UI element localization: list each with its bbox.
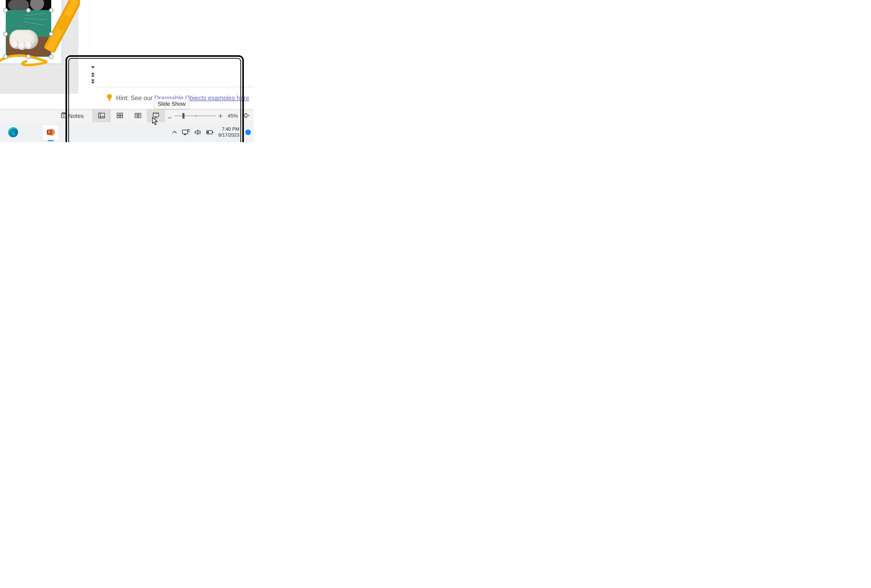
- svg-rect-0: [108, 100, 111, 100]
- taskbar-app-powerpoint[interactable]: P: [43, 125, 58, 141]
- fit-to-window-button[interactable]: [240, 109, 251, 122]
- tray-battery-icon[interactable]: [206, 130, 214, 135]
- svg-rect-16: [220, 114, 221, 118]
- minus-icon: [168, 112, 172, 120]
- notes-label: Notes: [68, 112, 84, 119]
- zoom-in-button[interactable]: [216, 109, 225, 122]
- svg-rect-7: [120, 113, 123, 115]
- tray-clock[interactable]: 7:40 PM 8/17/2023: [218, 126, 239, 138]
- edge-icon: [7, 127, 19, 139]
- slide-canvas: [0, 0, 61, 63]
- svg-rect-6: [117, 113, 119, 115]
- svg-rect-1: [109, 101, 110, 101]
- notes-icon: [61, 112, 66, 120]
- taskbar-app-edge[interactable]: [5, 125, 21, 141]
- view-normal-button[interactable]: [93, 109, 111, 122]
- zoom-slider[interactable]: [174, 109, 216, 122]
- tray-volume-icon[interactable]: [195, 129, 201, 135]
- powerpoint-icon: P: [46, 127, 55, 138]
- svg-rect-14: [168, 118, 172, 118]
- scroll-down-icon[interactable]: [91, 66, 95, 69]
- fit-icon: [242, 113, 250, 119]
- resize-handle[interactable]: [26, 8, 31, 12]
- svg-rect-2: [61, 114, 66, 118]
- cursor-icon: [152, 117, 158, 126]
- svg-rect-17: [245, 114, 247, 117]
- tray-date: 8/17/2023: [218, 132, 239, 138]
- resize-handle[interactable]: [3, 32, 8, 36]
- svg-rect-12: [153, 113, 159, 117]
- svg-rect-3: [99, 113, 105, 118]
- svg-rect-23: [184, 134, 186, 135]
- slide-thumbnail[interactable]: [0, 0, 63, 64]
- vertical-scrollbar[interactable]: [89, 0, 97, 87]
- taskbar: P 7:40 PM 8/17/2023: [0, 122, 254, 142]
- zoom-slider-thumb[interactable]: [183, 113, 184, 119]
- tooltip-slideshow: Slide Show: [154, 99, 190, 109]
- prev-slide-icon[interactable]: [91, 72, 95, 77]
- tray-notification-badge[interactable]: [245, 129, 251, 135]
- tray-time: 7:40 PM: [218, 126, 239, 132]
- view-slide-sorter-button[interactable]: [111, 109, 129, 122]
- next-slide-icon[interactable]: [91, 79, 95, 84]
- status-bar: Notes 45%: [0, 109, 254, 122]
- svg-rect-22: [183, 130, 188, 134]
- system-tray: 7:40 PM 8/17/2023: [172, 122, 251, 142]
- svg-text:P: P: [48, 130, 50, 134]
- resize-handle[interactable]: [26, 54, 31, 59]
- resize-handle[interactable]: [49, 8, 54, 12]
- tray-overflow-button[interactable]: [172, 131, 177, 134]
- svg-rect-26: [213, 132, 213, 133]
- plus-icon: [218, 112, 223, 119]
- resize-handle[interactable]: [3, 8, 8, 12]
- notes-button[interactable]: Notes: [59, 109, 92, 122]
- view-reading-button[interactable]: [129, 109, 147, 122]
- svg-rect-24: [188, 129, 189, 132]
- resize-handle[interactable]: [3, 54, 8, 59]
- reading-view-icon: [135, 113, 141, 119]
- svg-rect-9: [120, 116, 123, 118]
- taskbar-active-indicator: [48, 140, 54, 141]
- lightbulb-icon: [106, 94, 112, 102]
- slide-thumbnail-panel: [0, 0, 78, 71]
- resize-handle[interactable]: [49, 32, 54, 36]
- zoom-percent-button[interactable]: 45%: [225, 109, 240, 122]
- hint-text: Hint: See our: [116, 94, 154, 102]
- zoom-out-button[interactable]: [165, 109, 174, 122]
- svg-rect-27: [207, 131, 209, 133]
- svg-rect-8: [117, 116, 119, 118]
- svg-rect-5: [100, 117, 105, 118]
- editor-canvas-area: [97, 0, 254, 87]
- panel-background: [0, 71, 78, 94]
- svg-rect-13: [153, 113, 159, 114]
- slide-sorter-icon: [117, 113, 123, 119]
- tray-display-icon[interactable]: [182, 129, 190, 136]
- normal-view-icon: [98, 113, 105, 119]
- resize-handle[interactable]: [49, 54, 54, 59]
